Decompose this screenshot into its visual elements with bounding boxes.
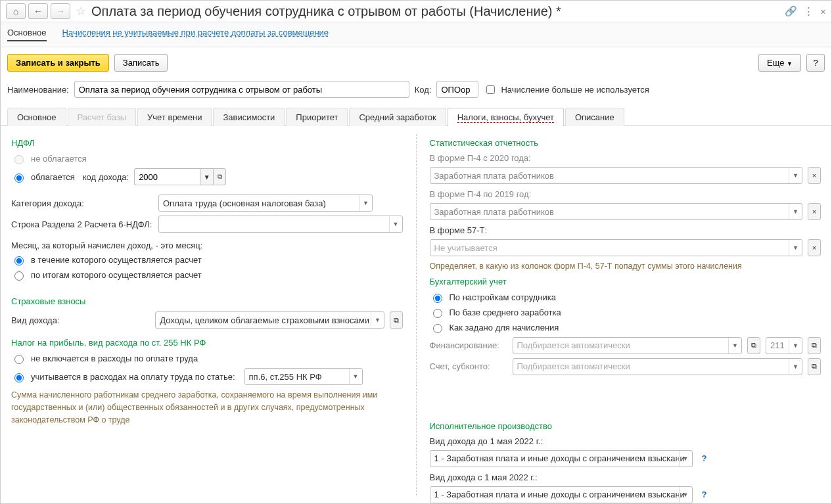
income-type-select[interactable]: Доходы, целиком облагаемые страховыми вз… bbox=[155, 311, 384, 329]
p4-2019-clear[interactable]: × bbox=[808, 203, 821, 220]
income-category-label: Категория дохода: bbox=[11, 198, 153, 208]
ndfl-not-taxed-label: не облагается bbox=[31, 154, 87, 164]
tab-base-calc: Расчет базы bbox=[68, 108, 137, 126]
month-after-label: по итогам которого осуществляется расчет bbox=[31, 270, 202, 280]
favorite-icon[interactable]: ☆ bbox=[76, 4, 86, 18]
month-group-label: Месяц, за который начислен доход, - это … bbox=[11, 241, 403, 250]
tab-description[interactable]: Описание bbox=[565, 108, 624, 126]
profit-tax-hint: Сумма начисленного работникам среднего з… bbox=[11, 389, 403, 426]
financing-label: Финансирование: bbox=[430, 340, 507, 350]
chevron-down-icon[interactable]: ▼ bbox=[349, 369, 362, 384]
financing-expand: ⧉ bbox=[747, 337, 760, 354]
back-button[interactable]: ← bbox=[28, 3, 48, 19]
stat-hint: Определяет, в какую из колонок форм П-4,… bbox=[430, 260, 821, 273]
chevron-down-icon[interactable]: ▼ bbox=[389, 216, 402, 232]
f57t-clear[interactable]: × bbox=[808, 239, 821, 256]
ndfl-not-taxed-radio bbox=[14, 155, 24, 164]
chevron-down-icon: ▼ bbox=[728, 338, 741, 354]
enf-before-help[interactable]: ? bbox=[702, 453, 707, 463]
enf-after-select[interactable]: 1 - Заработная плата и иные доходы с огр… bbox=[430, 486, 693, 503]
chevron-down-icon[interactable]: ▼ bbox=[679, 451, 692, 467]
buh-title: Бухгалтерский учет bbox=[430, 277, 821, 286]
chevron-down-icon: ▼ bbox=[789, 359, 802, 375]
chevron-down-icon[interactable]: ▼ bbox=[789, 240, 802, 256]
nav-link-related[interactable]: Начисления не учитываемые при расчете до… bbox=[62, 28, 329, 41]
income-category-select[interactable]: Оплата труда (основная налоговая база) bbox=[158, 195, 373, 212]
f57t-label: В форме 57-Т: bbox=[430, 225, 821, 235]
code-label: Код: bbox=[415, 85, 432, 95]
insurance-title: Страховые взносы bbox=[11, 296, 403, 306]
income-type-expand[interactable]: ⧉ bbox=[390, 311, 403, 329]
np-article-select[interactable]: пп.6, ст.255 НК РФ bbox=[244, 368, 363, 385]
month-during-radio[interactable] bbox=[14, 256, 24, 265]
section2-label: Строка Раздела 2 Расчета 6-НДФЛ: bbox=[11, 219, 153, 229]
month-during-label: в течение которого осуществляется расчет bbox=[31, 255, 202, 265]
chevron-down-icon[interactable]: ▼ bbox=[679, 487, 692, 503]
income-type-label: Вид дохода: bbox=[11, 315, 150, 325]
page-title: Оплата за период обучения сотрудника с о… bbox=[91, 4, 782, 19]
ndfl-title: НДФЛ bbox=[11, 138, 403, 148]
code-input[interactable] bbox=[436, 81, 478, 98]
tab-main[interactable]: Основное bbox=[7, 108, 66, 126]
help-button[interactable]: ? bbox=[806, 54, 825, 72]
ndfl-taxed-label: облагается bbox=[31, 172, 75, 182]
not-used-checkbox[interactable] bbox=[486, 85, 495, 94]
tab-time-tracking[interactable]: Учет времени bbox=[137, 108, 212, 126]
chevron-down-icon[interactable]: ▼ bbox=[359, 195, 372, 211]
p4-2020-select: Заработная плата работников bbox=[430, 167, 803, 184]
tab-priority[interactable]: Приоритет bbox=[286, 108, 348, 126]
enforcement-title: Исполнительное производство bbox=[430, 421, 821, 431]
more-menu-icon[interactable]: ⋮ bbox=[804, 5, 814, 17]
ndfl-taxed-radio[interactable] bbox=[14, 173, 24, 183]
month-after-radio[interactable] bbox=[14, 271, 24, 281]
link-icon[interactable]: 🔗 bbox=[785, 5, 797, 17]
chevron-down-icon: ▼ bbox=[789, 204, 802, 219]
save-button[interactable]: Записать bbox=[114, 54, 168, 72]
account-subconto-label: Счет, субконто: bbox=[430, 361, 507, 371]
p4-2020-label: В форме П-4 с 2020 года: bbox=[430, 153, 821, 163]
name-label: Наименование: bbox=[7, 85, 69, 95]
income-code-input[interactable] bbox=[134, 168, 200, 185]
p4-2019-select: Заработная плата работников bbox=[430, 203, 803, 220]
home-button[interactable]: ⌂ bbox=[6, 3, 26, 19]
chevron-down-icon: ▼ bbox=[789, 338, 802, 354]
enf-before-label: Вид дохода до 1 мая 2022 г.: bbox=[430, 436, 821, 446]
tab-avg-earnings[interactable]: Средний заработок bbox=[349, 108, 446, 126]
p4-2019-label: В форме П-4 по 2019 год: bbox=[430, 189, 821, 199]
income-code-expand[interactable]: ⧉ bbox=[213, 168, 226, 185]
account-code-expand: ⧉ bbox=[808, 337, 821, 354]
enf-after-help[interactable]: ? bbox=[702, 490, 707, 499]
profit-tax-title: Налог на прибыль, вид расхода по ст. 255… bbox=[11, 338, 403, 348]
enf-after-label: Вид дохода с 1 мая 2022 г.: bbox=[430, 472, 821, 482]
tab-taxes[interactable]: Налоги, взносы, бухучет bbox=[448, 108, 564, 126]
np-included-radio[interactable] bbox=[14, 373, 24, 382]
not-used-label: Начисление больше не используется bbox=[501, 85, 649, 95]
income-code-dropdown[interactable]: ▼ bbox=[200, 168, 213, 185]
save-close-button[interactable]: Записать и закрыть bbox=[7, 54, 109, 72]
tab-dependencies[interactable]: Зависимости bbox=[213, 108, 285, 126]
close-icon[interactable]: × bbox=[820, 6, 826, 17]
np-included-label: учитывается в расходах на оплату труда п… bbox=[31, 372, 235, 382]
account-subconto-expand: ⧉ bbox=[808, 358, 821, 375]
enf-before-select[interactable]: 1 - Заработная плата и иные доходы с огр… bbox=[430, 450, 693, 467]
forward-button: → bbox=[51, 3, 70, 19]
chevron-down-icon: ▼ bbox=[789, 168, 802, 183]
np-not-included-label: не включается в расходы по оплате труда bbox=[31, 354, 198, 363]
np-not-included-radio[interactable] bbox=[14, 355, 24, 364]
buh-by-avg-radio[interactable] bbox=[433, 309, 442, 318]
more-button[interactable]: Еще ▼ bbox=[758, 54, 801, 72]
section2-select[interactable] bbox=[158, 216, 403, 233]
chevron-down-icon[interactable]: ▼ bbox=[371, 312, 384, 328]
buh-by-avg-label: По базе среднего заработка bbox=[450, 308, 561, 317]
account-subconto-select: Подбирается автоматически bbox=[513, 358, 803, 375]
p4-2020-clear[interactable]: × bbox=[808, 167, 821, 184]
buh-as-set-label: Как задано для начисления bbox=[450, 323, 559, 332]
buh-as-set-radio[interactable] bbox=[433, 324, 442, 333]
buh-by-employee-radio[interactable] bbox=[433, 294, 442, 303]
name-input[interactable] bbox=[74, 81, 409, 98]
financing-select: Подбирается автоматически bbox=[513, 337, 743, 354]
income-code-label: код дохода: bbox=[83, 172, 129, 182]
stat-title: Статистическая отчетность bbox=[430, 138, 821, 148]
f57t-select[interactable]: Не учитывается bbox=[430, 239, 803, 256]
nav-main[interactable]: Основное bbox=[7, 28, 47, 41]
